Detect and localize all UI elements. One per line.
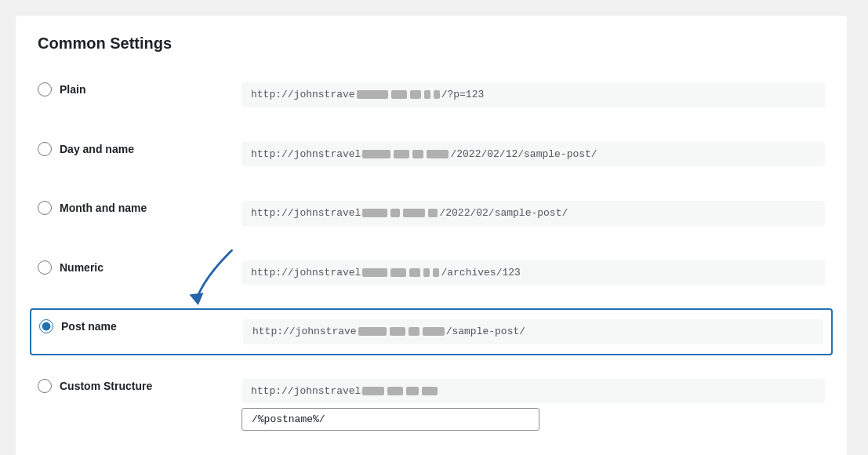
section-title: Common Settings: [38, 35, 825, 53]
day-and-name-radio[interactable]: [38, 142, 52, 156]
post-name-label[interactable]: Post name: [61, 320, 117, 333]
month-and-name-url-display: http://johnstravel/2022/02/sample-post/: [242, 201, 825, 226]
option-row-day-and-name: Day and name http://johnstravel/2022/02/…: [38, 131, 825, 178]
option-row-month-and-name: Month and name http://johnstravel/2022/0…: [38, 190, 825, 237]
numeric-url-text: http://johnstravel/archives/123: [242, 260, 825, 286]
plain-label[interactable]: Plain: [60, 83, 85, 96]
month-and-name-radio[interactable]: [38, 201, 52, 215]
day-and-name-radio-wrapper: Day and name: [38, 142, 242, 156]
option-row-numeric: Numeric http://johnstravel/archives/123: [38, 249, 825, 297]
numeric-radio-wrapper: Numeric: [38, 260, 242, 275]
custom-structure-label[interactable]: Custom Structure: [60, 380, 152, 392]
plain-radio[interactable]: [38, 82, 52, 96]
post-name-url-display: http://johnstrave/sample-post/: [243, 319, 823, 344]
custom-structure-url-display: http://johnstravel: [242, 379, 825, 431]
day-and-name-url-display: http://johnstravel/2022/02/12/sample-pos…: [242, 142, 825, 167]
settings-container: Common Settings Plain http://johnstrave/…: [16, 16, 847, 455]
post-name-radio-wrapper: Post name: [39, 319, 243, 333]
numeric-radio[interactable]: [38, 260, 52, 275]
custom-structure-radio[interactable]: [38, 379, 52, 393]
option-row-post-name: Post name http://johnstrave/sample-post/: [30, 308, 833, 355]
custom-structure-url-text: http://johnstravel: [242, 379, 825, 404]
numeric-label[interactable]: Numeric: [60, 261, 104, 274]
plain-url-display: http://johnstrave/?p=123: [242, 82, 825, 107]
post-name-radio[interactable]: [39, 319, 53, 333]
day-and-name-label[interactable]: Day and name: [60, 143, 134, 155]
post-name-url-text: http://johnstrave/sample-post/: [243, 319, 823, 344]
option-row-custom-structure: Custom Structure http://johnstravel: [38, 368, 825, 442]
month-and-name-url-text: http://johnstravel/2022/02/sample-post/: [242, 201, 825, 226]
option-row-plain: Plain http://johnstrave/?p=123: [38, 71, 825, 118]
custom-structure-radio-wrapper: Custom Structure: [38, 379, 242, 393]
plain-radio-wrapper: Plain: [38, 82, 242, 96]
day-and-name-url-text: http://johnstravel/2022/02/12/sample-pos…: [242, 142, 825, 167]
month-and-name-label[interactable]: Month and name: [60, 202, 147, 214]
custom-structure-input[interactable]: [242, 408, 539, 431]
month-and-name-radio-wrapper: Month and name: [38, 201, 242, 215]
numeric-url-display: http://johnstravel/archives/123: [242, 260, 825, 286]
plain-url-text: http://johnstrave/?p=123: [242, 82, 825, 107]
